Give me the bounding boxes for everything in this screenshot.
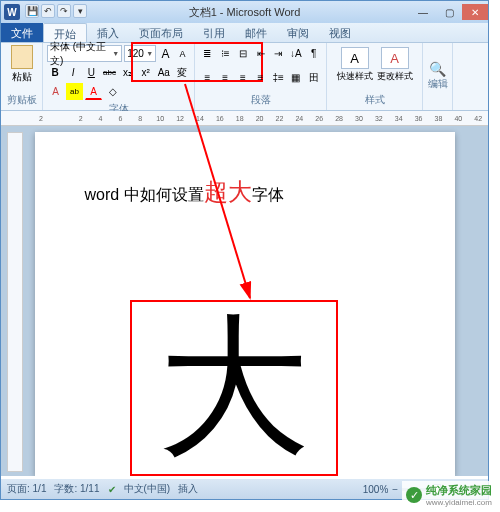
italic-button[interactable]: I xyxy=(65,64,81,81)
maximize-button[interactable]: ▢ xyxy=(436,4,462,20)
strike-button[interactable]: abc xyxy=(101,64,117,81)
group-label-editing: 编辑 xyxy=(428,77,448,92)
font-name-select[interactable]: 宋体 (中文正文)▼ xyxy=(47,45,122,62)
vertical-ruler[interactable] xyxy=(7,132,23,472)
status-insert-mode[interactable]: 插入 xyxy=(178,482,198,496)
align-left-button[interactable]: ≡ xyxy=(199,69,216,86)
status-language[interactable]: 中文(中国) xyxy=(124,482,171,496)
increase-indent-button[interactable]: ⇥ xyxy=(270,45,287,62)
word-logo-icon[interactable]: W xyxy=(4,4,20,20)
quick-access-toolbar: W 💾 ↶ ↷ ▾ xyxy=(1,4,87,20)
highlight-button[interactable]: ab xyxy=(66,83,83,100)
close-button[interactable]: ✕ xyxy=(462,4,488,20)
tab-view[interactable]: 视图 xyxy=(319,23,361,42)
group-label-paragraph: 段落 xyxy=(199,93,322,108)
status-spell-icon[interactable]: ✔ xyxy=(108,484,116,495)
tab-layout[interactable]: 页面布局 xyxy=(129,23,193,42)
justify-button[interactable]: ≡ xyxy=(252,69,269,86)
window-controls: — ▢ ✕ xyxy=(410,4,488,20)
tab-mailings[interactable]: 邮件 xyxy=(235,23,277,42)
multilevel-button[interactable]: ⊟ xyxy=(234,45,251,62)
case-button[interactable]: Aa xyxy=(156,64,172,81)
zoom-level[interactable]: 100% xyxy=(363,484,389,495)
tab-references[interactable]: 引用 xyxy=(193,23,235,42)
align-right-button[interactable]: ≡ xyxy=(234,69,251,86)
show-marks-button[interactable]: ¶ xyxy=(305,45,322,62)
line-spacing-button[interactable]: ‡≡ xyxy=(270,69,287,86)
bold-button[interactable]: B xyxy=(47,64,63,81)
superscript-button[interactable]: x² xyxy=(138,64,154,81)
align-center-button[interactable]: ≡ xyxy=(217,69,234,86)
shrink-font-icon[interactable]: A xyxy=(175,45,190,62)
quick-styles-button[interactable]: A快速样式 xyxy=(337,47,373,83)
window-title: 文档1 - Microsoft Word xyxy=(189,5,301,20)
zoom-out-button[interactable]: − xyxy=(392,484,398,495)
undo-icon[interactable]: ↶ xyxy=(41,4,55,18)
find-icon[interactable]: 🔍 xyxy=(429,61,446,77)
status-page[interactable]: 页面: 1/1 xyxy=(7,482,46,496)
tab-file[interactable]: 文件 xyxy=(1,23,43,42)
annotation-big-char-box: 大 xyxy=(130,300,338,476)
tab-review[interactable]: 审阅 xyxy=(277,23,319,42)
group-editing: 🔍 编辑 xyxy=(423,43,453,110)
redo-icon[interactable]: ↷ xyxy=(57,4,71,18)
font-color-button[interactable]: A xyxy=(85,83,102,100)
watermark-brand: 纯净系统家园 xyxy=(426,483,492,498)
status-words[interactable]: 字数: 1/11 xyxy=(54,482,99,496)
titlebar: W 💾 ↶ ↷ ▾ 文档1 - Microsoft Word — ▢ ✕ xyxy=(1,1,488,23)
paste-icon xyxy=(11,45,33,69)
group-styles: A快速样式 A更改样式 样式 xyxy=(327,43,423,110)
change-styles-button[interactable]: A更改样式 xyxy=(377,47,413,83)
save-icon[interactable]: 💾 xyxy=(25,4,39,18)
watermark: ✓ 纯净系统家园 www.yidaimei.com xyxy=(402,481,496,509)
text-effects-button[interactable]: A xyxy=(47,83,64,100)
numbering-button[interactable]: ⁝≡ xyxy=(217,45,234,62)
change-styles-icon: A xyxy=(381,47,409,69)
group-label-clipboard: 剪贴板 xyxy=(5,93,38,108)
group-label-styles: 样式 xyxy=(365,93,385,108)
ribbon: 粘贴 剪贴板 宋体 (中文正文)▼ 120▼ A A B I U abc x₂ … xyxy=(1,43,488,111)
quick-styles-icon: A xyxy=(341,47,369,69)
headline-text: word 中如何设置超大字体 xyxy=(85,176,405,208)
decrease-indent-button[interactable]: ⇤ xyxy=(252,45,269,62)
paste-button[interactable]: 粘贴 xyxy=(5,45,38,84)
underline-button[interactable]: U xyxy=(83,64,99,81)
group-font: 宋体 (中文正文)▼ 120▼ A A B I U abc x₂ x² Aa 変… xyxy=(43,43,195,110)
qat-more-icon[interactable]: ▾ xyxy=(73,4,87,18)
watermark-url: www.yidaimei.com xyxy=(426,498,492,507)
subscript-button[interactable]: x₂ xyxy=(120,64,136,81)
paste-label: 粘贴 xyxy=(12,70,32,84)
group-paragraph: ≣ ⁝≡ ⊟ ⇤ ⇥ ↓A ¶ ≡ ≡ ≡ ≡ ‡≡ ▦ 田 段落 xyxy=(195,43,327,110)
clear-format-button[interactable]: ◇ xyxy=(104,83,121,100)
phonetic-button[interactable]: 変 xyxy=(174,64,190,81)
bullets-button[interactable]: ≣ xyxy=(199,45,216,62)
horizontal-ruler[interactable]: 224681012141618202224262830323436384042 xyxy=(1,111,488,126)
shading-button[interactable]: ▦ xyxy=(288,69,305,86)
group-clipboard: 粘贴 剪贴板 xyxy=(1,43,43,110)
watermark-icon: ✓ xyxy=(406,487,422,503)
font-size-select[interactable]: 120▼ xyxy=(124,45,156,62)
minimize-button[interactable]: — xyxy=(410,4,436,20)
grow-font-icon[interactable]: A xyxy=(158,45,173,62)
borders-button[interactable]: 田 xyxy=(305,69,322,86)
big-char: 大 xyxy=(158,312,310,464)
sort-button[interactable]: ↓A xyxy=(288,45,305,62)
